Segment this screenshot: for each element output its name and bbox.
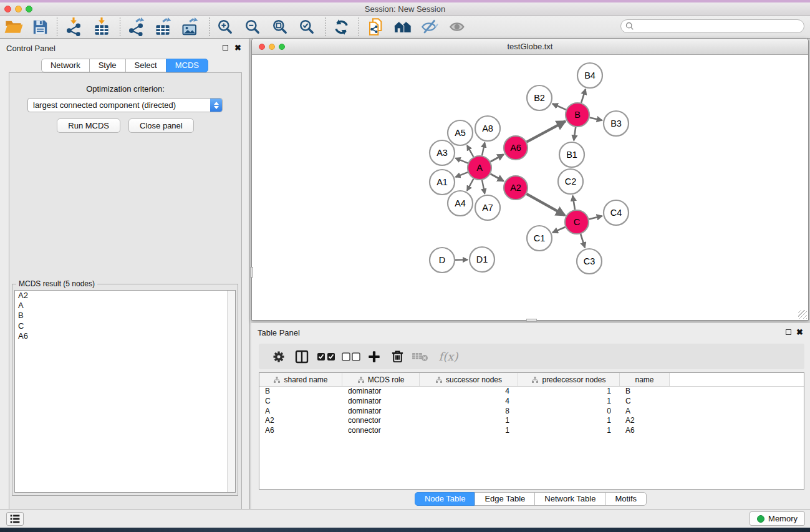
tab-network-table[interactable]: Network Table [534,492,605,506]
cell-shared-name[interactable]: A2 [259,416,342,426]
deselect-all-columns-button[interactable] [339,346,364,367]
table-row[interactable]: Adominator80A [259,407,804,417]
zoom-out-button[interactable] [242,17,263,37]
edge-B-B1[interactable] [574,127,576,140]
edge-A-A6[interactable] [491,155,504,162]
close-panel-button[interactable]: Close panel [128,118,194,133]
result-item-a[interactable]: A [15,301,235,311]
network-canvas[interactable]: B4B2BB3A8A5A6A3B1AC2A1A2A4A7C4CC1C3DD1 [252,55,808,320]
close-panel-icon[interactable]: ✖ [234,43,241,52]
cell-name[interactable]: A6 [620,426,670,436]
apply-function-button[interactable]: f(x) [436,346,461,367]
column-header-MCDS-role[interactable]: MCDS role [342,373,420,386]
clone-network-button[interactable] [365,17,387,37]
cell-predecessor-nodes[interactable]: 1 [518,416,620,426]
table-row[interactable]: A2connector11A2 [259,416,804,426]
column-header-name[interactable]: name [620,373,670,386]
resize-grip-icon[interactable] [798,310,807,319]
cell-name[interactable]: B [620,387,670,397]
edge-C-C3[interactable] [581,234,585,248]
zoom-fit-button[interactable] [269,17,291,37]
cell-name[interactable]: A2 [620,416,670,426]
cell-MCDS-role[interactable]: connector [342,416,420,426]
tab-edge-table[interactable]: Edge Table [475,492,535,506]
tab-network[interactable]: Network [41,59,90,72]
result-scrollbar[interactable] [227,291,235,492]
split-divider-handle[interactable] [526,319,537,322]
table-row[interactable]: Bdominator41B [259,387,804,397]
cell-successor-nodes[interactable]: 8 [420,407,518,417]
network-window-titlebar[interactable]: testGlobe.txt [252,39,808,55]
zoom-selected-button[interactable] [296,17,317,37]
delete-table-button[interactable] [409,346,432,367]
cell-predecessor-nodes[interactable]: 1 [518,397,620,407]
float-panel-icon[interactable] [786,329,791,335]
mcds-result-list[interactable]: A2ABCA6 [14,290,236,493]
edge-B-B3[interactable] [590,117,602,120]
result-item-b[interactable]: B [15,311,235,321]
tab-node-table[interactable]: Node Table [415,492,476,506]
optimization-criterion-dropdown[interactable]: largest connected component (directed) [27,98,223,112]
import-table-button[interactable] [91,17,112,37]
cell-shared-name[interactable]: C [259,397,342,407]
edge-C-C1[interactable] [552,227,566,233]
cell-MCDS-role[interactable]: connector [342,426,420,436]
cell-MCDS-role[interactable]: dominator [342,407,420,417]
task-history-button[interactable] [6,512,24,526]
column-header-successor-nodes[interactable]: successor nodes [420,373,518,386]
export-network-button[interactable] [125,17,147,37]
tab-style[interactable]: Style [89,59,126,72]
edge-A-A8[interactable] [482,143,485,156]
export-table-button[interactable] [152,17,173,37]
edge-C-C2[interactable] [573,196,576,210]
edge-A2-C[interactable] [526,194,564,215]
cell-successor-nodes[interactable]: 1 [420,426,518,436]
edge-A-A7[interactable] [482,180,485,194]
cell-shared-name[interactable]: A6 [259,426,342,436]
edge-A-A1[interactable] [456,172,468,177]
close-panel-icon[interactable]: ✖ [796,327,803,337]
hide-selected-button[interactable] [419,17,440,37]
edge-A-A2[interactable] [491,174,504,181]
export-image-button[interactable] [179,17,200,37]
first-neighbors-button[interactable] [392,17,413,37]
column-header-predecessor-nodes[interactable]: predecessor nodes [518,373,620,386]
search-field[interactable] [620,19,804,33]
edge-C-C4[interactable] [589,216,602,219]
tab-motifs[interactable]: Motifs [605,492,647,506]
result-item-a6[interactable]: A6 [15,331,235,341]
edge-A-A3[interactable] [455,158,468,163]
cell-predecessor-nodes[interactable]: 1 [518,387,620,397]
memory-button[interactable]: Memory [750,511,805,526]
cell-predecessor-nodes[interactable]: 1 [518,426,620,436]
select-all-columns-button[interactable] [314,346,339,367]
cell-name[interactable]: C [620,397,670,407]
table-row[interactable]: A6connector11A6 [259,426,804,436]
refresh-layout-button[interactable] [330,17,352,37]
cell-MCDS-role[interactable]: dominator [342,387,420,397]
column-header-shared-name[interactable]: shared name [259,373,342,386]
cell-name[interactable]: A [620,407,670,417]
import-network-button[interactable] [63,17,84,37]
search-input[interactable] [634,21,804,32]
result-item-c[interactable]: C [15,321,235,331]
split-divider-handle[interactable] [250,267,253,278]
tab-mcds[interactable]: MCDS [166,59,208,72]
cell-shared-name[interactable]: B [259,387,342,397]
run-mcds-button[interactable]: Run MCDS [57,118,120,133]
cell-successor-nodes[interactable]: 4 [420,387,518,397]
delete-column-button[interactable] [387,346,407,367]
save-session-button[interactable] [29,17,51,37]
cell-successor-nodes[interactable]: 4 [420,397,518,407]
table-settings-button[interactable] [269,346,289,367]
edge-A-A5[interactable] [467,145,473,157]
add-column-button[interactable] [364,346,384,367]
cell-shared-name[interactable]: A [259,407,342,417]
edge-A6-B[interactable] [527,121,566,142]
float-panel-icon[interactable] [223,45,228,51]
cell-predecessor-nodes[interactable]: 0 [518,407,620,417]
show-columns-button[interactable] [292,346,312,367]
table-row[interactable]: Cdominator41C [259,397,804,407]
result-item-a2[interactable]: A2 [15,291,235,301]
open-session-button[interactable] [3,17,24,37]
